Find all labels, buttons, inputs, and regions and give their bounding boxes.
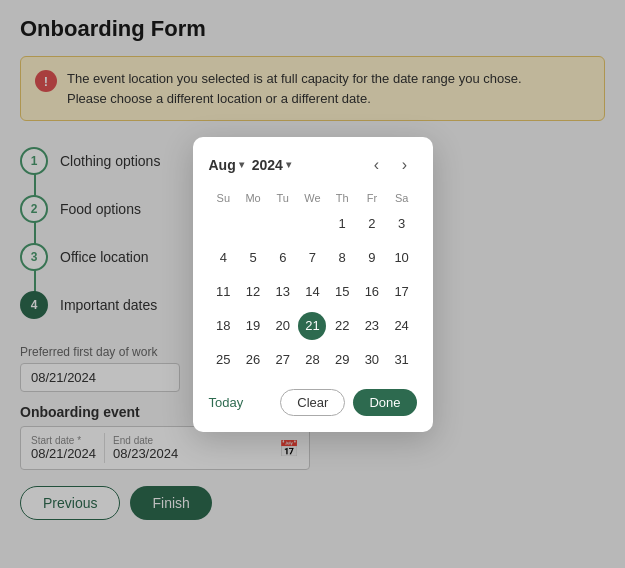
day-header-tu: Tu: [268, 189, 298, 207]
day-header-th: Th: [327, 189, 357, 207]
calendar-day-6[interactable]: 6: [269, 244, 297, 272]
calendar-day-cell[interactable]: 21: [298, 309, 328, 343]
modal-overlay[interactable]: Aug ▾ 2024 ▾ ‹ › Su Mo Tu: [0, 0, 625, 568]
calendar-day-26[interactable]: 26: [239, 346, 267, 374]
calendar-day-16[interactable]: 16: [358, 278, 386, 306]
calendar-prev-btn[interactable]: ‹: [365, 153, 389, 177]
calendar-day-4[interactable]: 4: [209, 244, 237, 272]
calendar-body: 1234567891011121314151617181920212223242…: [209, 207, 417, 377]
calendar-day-cell[interactable]: 29: [327, 343, 357, 377]
calendar-weekday-header: Su Mo Tu We Th Fr Sa: [209, 189, 417, 207]
calendar-day-cell[interactable]: 22: [327, 309, 357, 343]
calendar-day-cell[interactable]: 18: [209, 309, 239, 343]
calendar-day-25[interactable]: 25: [209, 346, 237, 374]
calendar-day-24[interactable]: 24: [388, 312, 416, 340]
calendar-day-22[interactable]: 22: [328, 312, 356, 340]
page-container: Onboarding Form ! The event location you…: [0, 0, 625, 568]
month-dropdown-arrow: ▾: [239, 159, 244, 170]
calendar-day-8[interactable]: 8: [328, 244, 356, 272]
calendar-day-2[interactable]: 2: [358, 210, 386, 238]
calendar-day-21[interactable]: 21: [298, 312, 326, 340]
calendar-day-3[interactable]: 3: [388, 210, 416, 238]
day-header-we: We: [298, 189, 328, 207]
calendar-day-13[interactable]: 13: [269, 278, 297, 306]
calendar-day-cell[interactable]: 20: [268, 309, 298, 343]
calendar-day-cell[interactable]: 11: [209, 275, 239, 309]
calendar-day-cell[interactable]: 12: [238, 275, 268, 309]
calendar-day-cell[interactable]: 26: [238, 343, 268, 377]
calendar-day-cell[interactable]: 16: [357, 275, 387, 309]
calendar-week-row: 45678910: [209, 241, 417, 275]
day-header-fr: Fr: [357, 189, 387, 207]
calendar-day-28[interactable]: 28: [298, 346, 326, 374]
year-select[interactable]: 2024 ▾: [252, 157, 291, 173]
day-header-sa: Sa: [387, 189, 417, 207]
calendar-day-cell: [209, 207, 239, 241]
done-button[interactable]: Done: [353, 389, 416, 416]
calendar-day-29[interactable]: 29: [328, 346, 356, 374]
clear-button[interactable]: Clear: [280, 389, 345, 416]
calendar-day-cell[interactable]: 3: [387, 207, 417, 241]
calendar-day-cell[interactable]: 8: [327, 241, 357, 275]
day-header-su: Su: [209, 189, 239, 207]
calendar-day-15[interactable]: 15: [328, 278, 356, 306]
calendar-day-20[interactable]: 20: [269, 312, 297, 340]
calendar-day-9[interactable]: 9: [358, 244, 386, 272]
calendar-day-5[interactable]: 5: [239, 244, 267, 272]
calendar-day-cell[interactable]: 19: [238, 309, 268, 343]
calendar-day-cell[interactable]: 15: [327, 275, 357, 309]
calendar-day-23[interactable]: 23: [358, 312, 386, 340]
calendar-day-18[interactable]: 18: [209, 312, 237, 340]
calendar-day-30[interactable]: 30: [358, 346, 386, 374]
calendar-day-cell[interactable]: 30: [357, 343, 387, 377]
calendar-day-cell: [298, 207, 328, 241]
calendar-day-cell[interactable]: 6: [268, 241, 298, 275]
calendar-day-10[interactable]: 10: [388, 244, 416, 272]
calendar-day-cell[interactable]: 27: [268, 343, 298, 377]
calendar-day-cell[interactable]: 1: [327, 207, 357, 241]
calendar-week-row: 25262728293031: [209, 343, 417, 377]
calendar-day-cell[interactable]: 28: [298, 343, 328, 377]
calendar-day-cell: [268, 207, 298, 241]
calendar-day-cell[interactable]: 23: [357, 309, 387, 343]
calendar-day-cell[interactable]: 9: [357, 241, 387, 275]
calendar-day-19[interactable]: 19: [239, 312, 267, 340]
calendar-day-11[interactable]: 11: [209, 278, 237, 306]
day-header-mo: Mo: [238, 189, 268, 207]
calendar-day-14[interactable]: 14: [298, 278, 326, 306]
calendar-grid: Su Mo Tu We Th Fr Sa 1234567891011121314…: [209, 189, 417, 377]
calendar-day-cell[interactable]: 4: [209, 241, 239, 275]
calendar-day-31[interactable]: 31: [388, 346, 416, 374]
calendar-day-12[interactable]: 12: [239, 278, 267, 306]
calendar-day-7[interactable]: 7: [298, 244, 326, 272]
calendar-day-cell[interactable]: 7: [298, 241, 328, 275]
calendar-day-cell[interactable]: 5: [238, 241, 268, 275]
calendar-day-cell[interactable]: 17: [387, 275, 417, 309]
calendar-week-row: 18192021222324: [209, 309, 417, 343]
calendar-day-cell: [238, 207, 268, 241]
calendar-header: Aug ▾ 2024 ▾ ‹ ›: [209, 153, 417, 177]
calendar-day-cell[interactable]: 13: [268, 275, 298, 309]
year-dropdown-arrow: ▾: [286, 159, 291, 170]
footer-right-buttons: Clear Done: [280, 389, 416, 416]
calendar-day-cell[interactable]: 24: [387, 309, 417, 343]
calendar-day-cell[interactable]: 2: [357, 207, 387, 241]
calendar-week-row: 11121314151617: [209, 275, 417, 309]
calendar-next-btn[interactable]: ›: [393, 153, 417, 177]
calendar-day-cell[interactable]: 25: [209, 343, 239, 377]
calendar-footer: Today Clear Done: [209, 389, 417, 416]
today-button[interactable]: Today: [209, 395, 244, 410]
calendar-day-cell[interactable]: 31: [387, 343, 417, 377]
calendar-day-17[interactable]: 17: [388, 278, 416, 306]
calendar-day-1[interactable]: 1: [328, 210, 356, 238]
calendar-modal: Aug ▾ 2024 ▾ ‹ › Su Mo Tu: [193, 137, 433, 432]
calendar-day-cell[interactable]: 10: [387, 241, 417, 275]
calendar-week-row: 123: [209, 207, 417, 241]
month-select[interactable]: Aug ▾: [209, 157, 244, 173]
calendar-navigation: ‹ ›: [365, 153, 417, 177]
calendar-day-cell[interactable]: 14: [298, 275, 328, 309]
calendar-day-27[interactable]: 27: [269, 346, 297, 374]
